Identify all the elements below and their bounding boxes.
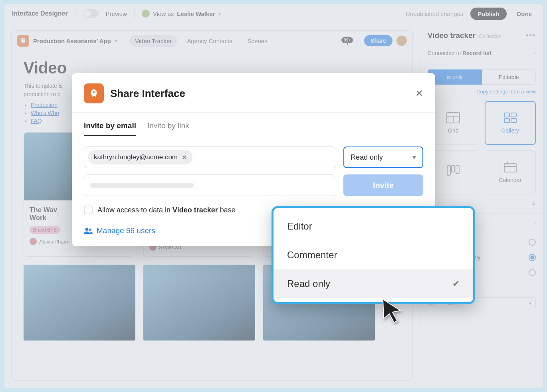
chevron-down-icon: ▾: [218, 11, 221, 16]
gallery-image[interactable]: [143, 265, 255, 341]
layout-gallery-option[interactable]: Gallery: [485, 101, 536, 145]
divider: [134, 9, 135, 18]
svg-rect-9: [456, 166, 459, 174]
rocket-icon: [84, 83, 104, 103]
svg-rect-4: [511, 113, 516, 117]
permission-dropdown: Editor Commenter Read only ✔: [272, 206, 475, 304]
inspector-subtitle: Collection: [479, 33, 501, 39]
chevron-down-icon[interactable]: ▾: [115, 38, 117, 44]
svg-rect-8: [452, 166, 455, 172]
editable-option[interactable]: Editable: [482, 69, 536, 85]
connected-to-row[interactable]: Connected to Record list ›: [420, 44, 543, 62]
close-icon[interactable]: ✕: [415, 88, 423, 99]
view-as-name: Leslie Walker: [177, 10, 215, 17]
app-name[interactable]: Production Assistants' App: [33, 38, 111, 44]
chevron-right-icon: ›: [534, 220, 536, 226]
notification-badge[interactable]: 99+: [341, 37, 353, 45]
radio-icon[interactable]: [529, 269, 536, 276]
tab-invite-email[interactable]: Invite by email: [84, 121, 136, 136]
divider: [75, 9, 75, 18]
svg-point-14: [85, 228, 88, 231]
more-icon[interactable]: •••: [526, 32, 536, 40]
publish-button[interactable]: Publish: [470, 8, 506, 20]
svg-rect-3: [504, 113, 509, 117]
svg-rect-5: [504, 119, 509, 123]
share-button[interactable]: Share: [364, 35, 392, 46]
preview-toggle[interactable]: [83, 9, 99, 18]
invite-tabs: Invite by email Invite by link: [84, 121, 423, 136]
permission-option-readonly[interactable]: Read only ✔: [274, 269, 473, 298]
rocket-icon: [17, 35, 29, 47]
users-icon: [84, 227, 93, 234]
tab-scenes[interactable]: Scenes: [242, 35, 273, 47]
readonly-option[interactable]: w only: [428, 69, 482, 85]
placeholder-bar: [90, 183, 194, 188]
user-avatar[interactable]: [396, 36, 407, 46]
svg-rect-10: [504, 163, 516, 172]
modal-title: Share Interface: [110, 87, 185, 100]
designer-title: Interface Designer: [12, 10, 68, 17]
message-input[interactable]: [84, 174, 336, 196]
allow-access-label: Allow access to data in: [97, 206, 172, 214]
tab-video-tracker[interactable]: Video Tracker: [129, 35, 177, 47]
tab-agency-contacts[interactable]: Agency Contacts: [181, 35, 238, 47]
designer-topbar: Interface Designer Preview View as Lesli…: [4, 4, 543, 23]
layout-grid-option[interactable]: Grid: [428, 101, 479, 145]
avatar-icon: [30, 238, 37, 245]
inspector-panel: Video tracker Collection ••• Connected t…: [420, 23, 543, 388]
permission-option-editor[interactable]: Editor: [274, 212, 473, 241]
radio-icon[interactable]: [529, 239, 536, 246]
card-tag: Brand BTS: [30, 226, 60, 234]
email-input[interactable]: kathryn.langley@acme.com ✕: [84, 147, 336, 168]
invite-button[interactable]: Invite: [343, 174, 423, 196]
permission-option-commenter[interactable]: Commenter: [274, 241, 473, 269]
view-as-selector[interactable]: View as Leslie Walker ▾: [142, 10, 221, 18]
edit-mode-segment[interactable]: w only Editable: [428, 69, 536, 85]
check-icon: ✔: [452, 279, 460, 289]
inspector-title: Video tracker: [428, 31, 476, 40]
unpublished-changes-label: Unpublished changes: [406, 10, 463, 17]
preview-label: Preview: [106, 10, 127, 17]
gallery-image[interactable]: [24, 265, 135, 341]
svg-point-15: [89, 229, 91, 231]
done-button[interactable]: Done: [514, 8, 535, 20]
view-as-prefix: View as: [153, 10, 174, 17]
remove-chip-icon[interactable]: ✕: [182, 154, 187, 161]
chevron-right-icon: ›: [534, 50, 536, 56]
svg-rect-6: [511, 119, 516, 123]
cursor-icon: [381, 299, 403, 323]
layout-calendar-option[interactable]: Calendar: [485, 150, 536, 194]
copy-settings-link[interactable]: Copy settings from a view: [420, 89, 543, 97]
chevron-down-icon: ▾: [529, 301, 531, 306]
permission-select[interactable]: Read only ▾: [343, 147, 423, 168]
chevron-down-icon: ▾: [412, 153, 416, 162]
avatar-icon: [142, 10, 150, 18]
checkbox[interactable]: [84, 206, 93, 214]
tab-invite-link[interactable]: Invite by link: [147, 121, 189, 136]
layout-kanban-option[interactable]: [428, 150, 479, 194]
radio-icon[interactable]: [529, 254, 536, 261]
app-tabbar: Production Assistants' App ▾ Video Track…: [12, 31, 412, 51]
svg-rect-7: [447, 166, 450, 175]
email-chip[interactable]: kathryn.langley@acme.com ✕: [88, 150, 192, 164]
